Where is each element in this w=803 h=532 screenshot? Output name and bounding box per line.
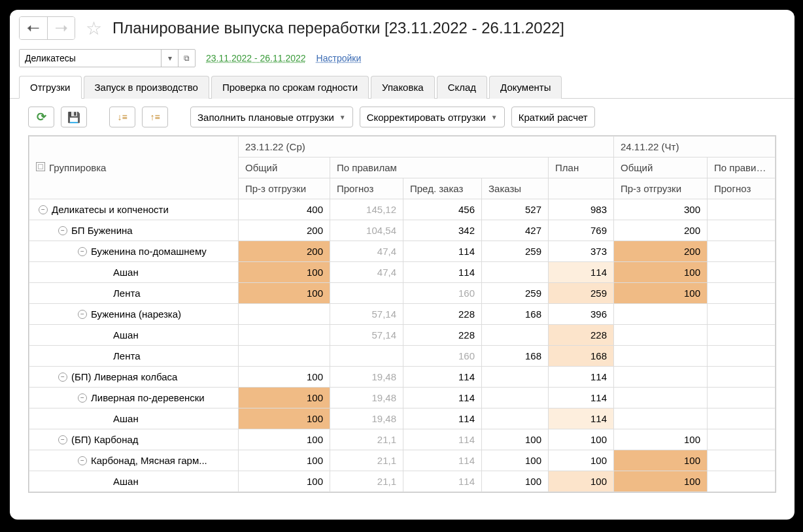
data-cell[interactable]: 228	[549, 325, 614, 346]
table-row[interactable]: −Ливерная по-деревенски10019,48114114	[29, 388, 776, 408]
data-cell[interactable]	[708, 304, 776, 325]
table-row[interactable]: Ашан10047,4114114100	[29, 262, 776, 283]
col-total[interactable]: Общий	[239, 158, 330, 178]
collapse-icon[interactable]: −	[58, 435, 67, 444]
data-cell[interactable]: 200	[614, 241, 708, 262]
data-cell[interactable]: 259	[549, 283, 614, 304]
data-cell[interactable]: 100	[614, 262, 708, 283]
data-cell[interactable]: 100	[239, 429, 330, 450]
tree-label-cell[interactable]: −БП Буженина	[29, 220, 239, 241]
data-cell[interactable]: 168	[549, 346, 614, 367]
data-cell[interactable]	[708, 346, 776, 367]
data-cell[interactable]: 100	[614, 283, 708, 304]
tab-expiry[interactable]: Проверка по срокам годности	[211, 76, 369, 99]
data-cell[interactable]: 57,14	[330, 325, 403, 346]
col-forecast-ship[interactable]: Пр-з отгрузки	[239, 178, 330, 199]
data-cell[interactable]	[614, 346, 708, 367]
data-cell[interactable]: 527	[482, 199, 549, 220]
category-input[interactable]	[20, 50, 161, 67]
data-cell[interactable]: 145,12	[330, 199, 403, 220]
data-cell[interactable]: 427	[482, 220, 549, 241]
data-cell[interactable]: 104,54	[330, 220, 403, 241]
data-cell[interactable]: 21,1	[330, 471, 403, 492]
col-grouping[interactable]: Группировка	[29, 137, 239, 199]
data-cell[interactable]	[708, 262, 776, 283]
tab-packing[interactable]: Упаковка	[371, 76, 435, 99]
data-cell[interactable]: 57,14	[330, 304, 403, 325]
data-cell[interactable]: 114	[549, 388, 614, 408]
data-cell[interactable]: 200	[614, 220, 708, 241]
collapse-icon[interactable]: −	[58, 373, 67, 382]
data-cell[interactable]: 100	[239, 283, 330, 304]
data-cell[interactable]	[482, 262, 549, 283]
table-row[interactable]: −Буженина (нарезка)57,14228168396	[29, 304, 776, 325]
data-cell[interactable]	[614, 388, 708, 408]
data-cell[interactable]: 114	[403, 408, 482, 429]
data-cell[interactable]: 100	[549, 450, 614, 471]
data-cell[interactable]: 21,1	[330, 429, 403, 450]
adjust-shipments-button[interactable]: Скорректировать отгрузки ▼	[360, 107, 505, 127]
tab-launch[interactable]: Запуск в производство	[84, 76, 209, 99]
data-cell[interactable]	[708, 471, 776, 492]
data-cell[interactable]: 47,4	[330, 241, 403, 262]
data-cell[interactable]	[708, 450, 776, 471]
data-cell[interactable]: 456	[403, 199, 482, 220]
data-cell[interactable]: 100	[482, 450, 549, 471]
tree-label-cell[interactable]: Ашан	[29, 262, 239, 283]
data-cell[interactable]: 769	[549, 220, 614, 241]
data-cell[interactable]: 259	[482, 283, 549, 304]
collapse-icon[interactable]: −	[39, 205, 48, 214]
data-cell[interactable]: 342	[403, 220, 482, 241]
settings-link[interactable]: Настройки	[316, 53, 362, 63]
collapse-icon[interactable]: −	[78, 310, 87, 319]
data-cell[interactable]: 200	[239, 241, 330, 262]
data-cell[interactable]: 168	[482, 346, 549, 367]
col-prev-order[interactable]: Пред. заказ	[403, 178, 482, 199]
col-orders[interactable]: Заказы	[482, 178, 549, 199]
data-cell[interactable]	[708, 325, 776, 346]
tree-label-cell[interactable]: −(БП) Ливерная колбаса	[29, 367, 239, 388]
collapse-icon[interactable]: −	[58, 226, 67, 235]
table-row[interactable]: Ашан10019,48114114	[29, 408, 776, 429]
table-row[interactable]: −(БП) Ливерная колбаса10019,48114114	[29, 367, 776, 388]
data-cell[interactable]: 114	[403, 388, 482, 408]
data-cell[interactable]: 100	[239, 367, 330, 388]
col-byrules[interactable]: По правилам	[330, 158, 549, 178]
col-day2[interactable]: 24.11.22 (Чт)	[614, 137, 776, 158]
data-cell[interactable]	[708, 367, 776, 388]
data-cell[interactable]: 396	[549, 304, 614, 325]
data-cell[interactable]	[708, 408, 776, 429]
data-cell[interactable]	[239, 346, 330, 367]
data-cell[interactable]: 100	[549, 429, 614, 450]
fill-planned-button[interactable]: Заполнить плановые отгрузки ▼	[190, 107, 353, 127]
data-cell[interactable]: 100	[239, 450, 330, 471]
data-cell[interactable]: 114	[403, 262, 482, 283]
tree-label-cell[interactable]: −Ливерная по-деревенски	[29, 388, 239, 408]
data-cell[interactable]	[614, 408, 708, 429]
data-cell[interactable]: 160	[403, 283, 482, 304]
tree-label-cell[interactable]: −Деликатесы и копчености	[29, 199, 239, 220]
collapse-icon[interactable]: −	[78, 247, 87, 256]
data-cell[interactable]	[708, 388, 776, 408]
refresh-button[interactable]: ⟳	[28, 107, 54, 127]
tree-label-cell[interactable]: −Карбонад, Мясная гарм...	[29, 450, 239, 471]
tree-label-cell[interactable]: −Буженина (нарезка)	[29, 304, 239, 325]
data-cell[interactable]	[330, 346, 403, 367]
data-cell[interactable]: 160	[403, 346, 482, 367]
data-cell[interactable]: 114	[549, 367, 614, 388]
table-row[interactable]: Ашан10021,1114100100100	[29, 471, 776, 492]
data-cell[interactable]	[482, 388, 549, 408]
tree-label-cell[interactable]: Лента	[29, 346, 239, 367]
data-cell[interactable]: 983	[549, 199, 614, 220]
sort-desc-button[interactable]: ↑≡	[142, 107, 168, 127]
table-row[interactable]: −БП Буженина200104,54342427769200	[29, 220, 776, 241]
tab-shipments[interactable]: Отгрузки	[19, 76, 82, 99]
data-cell[interactable]: 100	[614, 429, 708, 450]
data-cell[interactable]: 100	[239, 471, 330, 492]
col-day1[interactable]: 23.11.22 (Ср)	[239, 137, 614, 158]
collapse-icon[interactable]: −	[78, 393, 87, 403]
col-total-2[interactable]: Общий	[614, 158, 708, 178]
tab-documents[interactable]: Документы	[489, 76, 562, 99]
quick-calc-button[interactable]: Краткий расчет	[511, 107, 595, 127]
data-cell[interactable]	[482, 367, 549, 388]
